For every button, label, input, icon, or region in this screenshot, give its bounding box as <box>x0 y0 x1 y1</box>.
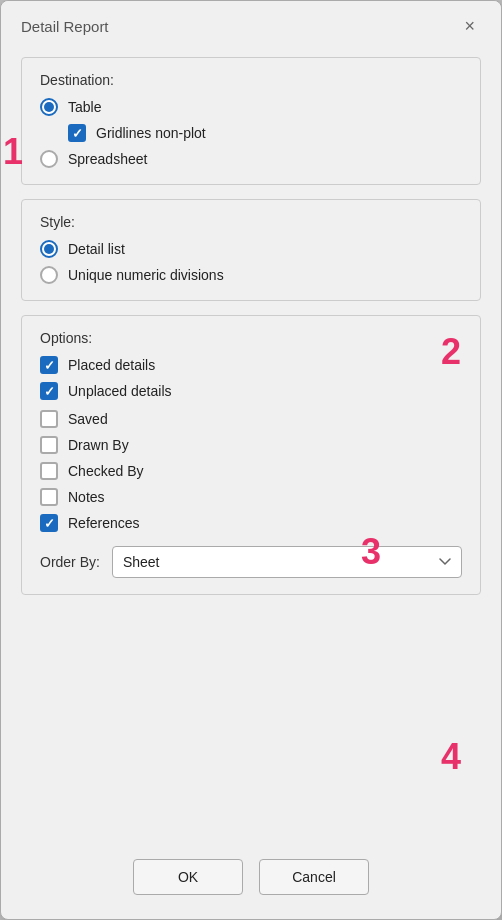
checked-by-row[interactable]: Checked By <box>40 462 462 480</box>
gridlines-row[interactable]: Gridlines non-plot <box>68 124 462 142</box>
notes-row[interactable]: Notes <box>40 488 462 506</box>
style-label: Style: <box>40 214 462 230</box>
references-checkbox[interactable] <box>40 514 58 532</box>
drawn-by-label: Drawn By <box>68 437 129 453</box>
saved-checkbox[interactable] <box>40 410 58 428</box>
detail-report-dialog: 1 2 3 4 Detail Report × Destination: Tab… <box>0 0 502 920</box>
saved-label: Saved <box>68 411 108 427</box>
unique-numeric-row[interactable]: Unique numeric divisions <box>40 266 462 284</box>
checked-by-label: Checked By <box>68 463 143 479</box>
notes-label: Notes <box>68 489 105 505</box>
references-row[interactable]: References <box>40 514 462 532</box>
references-label: References <box>68 515 140 531</box>
spreadsheet-label: Spreadsheet <box>68 151 147 167</box>
spreadsheet-row[interactable]: Spreadsheet <box>40 150 462 168</box>
destination-section: Destination: Table Gridlines non-plot Sp… <box>21 57 481 185</box>
table-radio[interactable] <box>40 98 58 116</box>
order-by-select[interactable]: Sheet Name Type Number <box>112 546 462 578</box>
checked-by-checkbox[interactable] <box>40 462 58 480</box>
style-section: Style: Detail list Unique numeric divisi… <box>21 199 481 301</box>
order-by-row: Order By: Sheet Name Type Number <box>40 546 462 578</box>
drawn-by-checkbox[interactable] <box>40 436 58 454</box>
gridlines-checkbox[interactable] <box>68 124 86 142</box>
close-button[interactable]: × <box>458 15 481 37</box>
table-label: Table <box>68 99 101 115</box>
title-bar: Detail Report × <box>1 1 501 47</box>
unplaced-details-row[interactable]: Unplaced details <box>40 382 462 400</box>
dialog-title: Detail Report <box>21 18 109 35</box>
options-section: Options: Placed details Unplaced details… <box>21 315 481 595</box>
gridlines-label: Gridlines non-plot <box>96 125 206 141</box>
ok-button[interactable]: OK <box>133 859 243 895</box>
destination-label: Destination: <box>40 72 462 88</box>
cancel-button[interactable]: Cancel <box>259 859 369 895</box>
unplaced-details-checkbox[interactable] <box>40 382 58 400</box>
destination-table-row[interactable]: Table <box>40 98 462 116</box>
spreadsheet-radio[interactable] <box>40 150 58 168</box>
dialog-content: Destination: Table Gridlines non-plot Sp… <box>1 47 501 843</box>
unique-numeric-radio[interactable] <box>40 266 58 284</box>
placed-details-checkbox[interactable] <box>40 356 58 374</box>
options-label: Options: <box>40 330 462 346</box>
placed-details-label: Placed details <box>68 357 155 373</box>
placed-details-row[interactable]: Placed details <box>40 356 462 374</box>
saved-row[interactable]: Saved <box>40 410 462 428</box>
detail-list-radio[interactable] <box>40 240 58 258</box>
dialog-footer: OK Cancel <box>1 843 501 919</box>
drawn-by-row[interactable]: Drawn By <box>40 436 462 454</box>
notes-checkbox[interactable] <box>40 488 58 506</box>
unplaced-details-label: Unplaced details <box>68 383 172 399</box>
unique-numeric-label: Unique numeric divisions <box>68 267 224 283</box>
order-by-label: Order By: <box>40 554 100 570</box>
detail-list-label: Detail list <box>68 241 125 257</box>
detail-list-row[interactable]: Detail list <box>40 240 462 258</box>
